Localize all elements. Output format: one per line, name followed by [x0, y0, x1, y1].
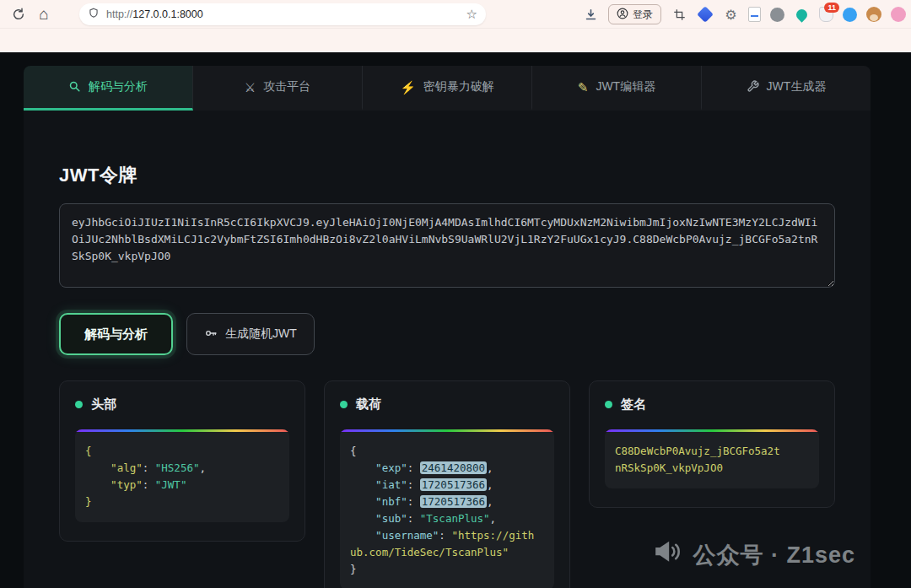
bookmark-star-icon[interactable]: ☆ [466, 7, 477, 22]
green-dot-icon [75, 401, 83, 408]
extension-icon-monkey[interactable] [866, 7, 881, 22]
tab-label: 密钥暴力破解 [423, 79, 494, 94]
swords-icon: ⚔ [245, 81, 256, 94]
login-button[interactable]: 登录 [608, 4, 661, 24]
screenshot-crop-icon[interactable] [671, 6, 687, 23]
tab-decode-analyze[interactable]: 解码与分析 [24, 66, 193, 111]
jwt-token-input[interactable]: eyJhbGciOiJIUzI1NiIsInR5cCI6IkpXVCJ9.eyJ… [59, 203, 835, 288]
url-text: http://127.0.0.1:8000 [106, 8, 460, 20]
user-icon [617, 8, 628, 22]
browser-toolbar: ⌂ http://127.0.0.1:8000 ☆ [0, 0, 911, 29]
extension-icon-pin[interactable] [794, 7, 809, 22]
url-bar[interactable]: http://127.0.0.1:8000 ☆ [79, 3, 486, 25]
watermark-text: 公众号 · Z1sec [693, 540, 855, 570]
tab-jwt-editor[interactable]: ✎ JWT编辑器 [532, 66, 702, 111]
download-icon[interactable] [582, 6, 599, 23]
green-dot-icon [340, 401, 348, 408]
tab-jwt-generator[interactable]: JWT生成器 [702, 66, 871, 111]
tab-bar: 解码与分析 ⚔ 攻击平台 ⚡ 密钥暴力破解 ✎ JWT编辑器 JWT生成器 [24, 66, 871, 111]
tab-attack-platform[interactable]: ⚔ 攻击平台 [193, 66, 363, 111]
header-card-title: 头部 [75, 396, 289, 413]
payload-card: 载荷 { "exp": 2461420800, "iat": 172051736… [324, 380, 570, 588]
extension-icon-cat[interactable] [891, 7, 906, 22]
content-panel: JWT令牌 eyJhbGciOiJIUzI1NiIsInR5cCI6IkpXVC… [24, 111, 871, 588]
extension-icon-gear[interactable]: ⚙ [723, 7, 739, 23]
green-dot-icon [605, 401, 612, 408]
watermark: 公众号 · Z1sec [652, 538, 855, 571]
pencil-icon: ✎ [578, 81, 589, 94]
lightning-icon: ⚡ [400, 81, 416, 94]
tab-key-bruteforce[interactable]: ⚡ 密钥暴力破解 [363, 66, 532, 111]
payload-card-title: 载荷 [340, 396, 554, 413]
notification-badge: 11 [824, 3, 839, 13]
signature-code: C88DeWcbP0Avujz_jBCGFo5a2tnRSkSp0K_vkpVp… [605, 429, 819, 488]
signature-card: 签名 C88DeWcbP0Avujz_jBCGFo5a2tnRSkSp0K_vk… [589, 380, 835, 508]
reload-icon[interactable] [8, 4, 29, 24]
home-icon[interactable]: ⌂ [34, 4, 54, 24]
extension-icon-page[interactable] [748, 7, 761, 22]
page-title: JWT令牌 [59, 163, 137, 188]
header-card: 头部 { "alg": "HS256", "typ": "JWT"} [59, 380, 305, 542]
payload-json-code: { "exp": 2461420800, "iat": 1720517366, … [340, 429, 554, 588]
extension-icon-diamond[interactable] [697, 6, 714, 23]
wrench-icon [747, 80, 759, 94]
toolbar-right-icons: 登录 ⚙ 11 [582, 3, 906, 25]
shield-icon [88, 7, 100, 23]
generate-random-jwt-button[interactable]: 生成随机JWT [186, 313, 315, 355]
tab-label: 解码与分析 [89, 79, 148, 94]
app-page: 解码与分析 ⚔ 攻击平台 ⚡ 密钥暴力破解 ✎ JWT编辑器 JWT生成器 JW… [0, 52, 911, 588]
header-json-code: { "alg": "HS256", "typ": "JWT"} [75, 429, 289, 522]
key-icon [204, 326, 218, 343]
magnifier-icon [68, 80, 81, 94]
extension-icon-paw[interactable] [770, 8, 784, 22]
extension-icon-blocker[interactable]: 11 [819, 7, 833, 22]
decode-analyze-button[interactable]: 解码与分析 [59, 313, 173, 355]
extension-icon-bird[interactable] [843, 8, 857, 22]
signature-card-title: 签名 [605, 396, 819, 413]
tab-label: 攻击平台 [263, 79, 310, 94]
megaphone-icon [652, 538, 682, 571]
action-buttons: 解码与分析 生成随机JWT [59, 313, 315, 355]
login-label: 登录 [633, 8, 653, 22]
tab-label: JWT生成器 [767, 79, 827, 94]
browser-chrome: ⌂ http://127.0.0.1:8000 ☆ [0, 0, 911, 52]
tab-label: JWT编辑器 [596, 79, 655, 94]
